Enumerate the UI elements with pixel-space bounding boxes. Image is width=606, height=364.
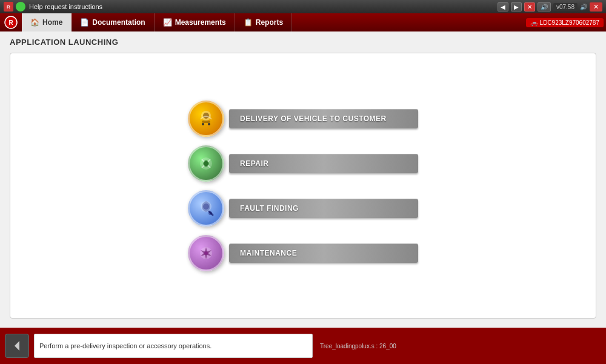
meas-tab-icon: 📈 [163,18,172,27]
doc-tab-label: Documentation [92,18,145,27]
app-logo: R [2,14,19,31]
back-ctrl-btn[interactable]: ◀ [498,2,508,12]
section-title: APPLICATION LAUNCHING [10,38,596,47]
vol-icon: 🔊 [580,4,587,10]
home-tab-icon: 🏠 [30,18,39,27]
repair-label: REPAIR [229,154,418,173]
stop-btn[interactable]: ✕ [524,2,535,12]
app-icon: R [4,2,13,12]
version-label: v07.58 [553,3,578,11]
tab-documentation[interactable]: 📄 Documentation [72,13,154,31]
bottom-bar: Perform a pre-delivery inspection or acc… [0,328,606,364]
svg-point-3 [203,113,209,119]
card-container: DELIVERY OF VEHICLE TO CUSTOMER REPAIR [10,53,596,319]
nav-bar: R 🏠 Home 📄 Documentation 📈 Measurements … [0,13,606,31]
svg-marker-15 [15,341,19,351]
status-text: Perform a pre-delivery inspection or acc… [39,342,211,349]
maintenance-label: MAINTENANCE [229,243,418,263]
delivery-label: DELIVERY OF VEHICLE TO CUSTOMER [229,109,418,128]
svg-text:R: R [8,19,13,26]
vehicle-badge: 🚗 LDC923LZ970602787 [526,18,604,27]
tab-home[interactable]: 🏠 Home [22,13,72,31]
maintenance-icon [188,235,224,271]
svg-point-14 [204,251,208,255]
delivery-icon [188,101,224,137]
main-content: APPLICATION LAUNCHING DELIVERY OF VEHICL… [0,31,606,328]
svg-point-5 [202,123,204,125]
tab-measurements[interactable]: 📈 Measurements [155,13,235,31]
status-icon [16,2,25,12]
delivery-menu-item[interactable]: DELIVERY OF VEHICLE TO CUSTOMER [188,101,418,137]
svg-point-12 [208,211,212,215]
home-tab-label: Home [42,18,62,27]
close-button[interactable]: ✕ [590,2,602,12]
fault-icon [188,190,224,227]
fault-menu-item[interactable]: FAULT FINDING [188,190,418,227]
svg-point-10 [203,204,209,210]
back-button[interactable] [5,334,29,358]
svg-point-6 [208,123,210,125]
reports-tab-label: Reports [256,18,283,27]
title-bar-icons: R [4,2,25,12]
vehicle-icon: 🚗 [530,19,538,26]
svg-point-8 [204,161,208,166]
forward-ctrl-btn[interactable]: ▶ [511,2,522,12]
svg-rect-4 [202,121,210,123]
fault-label: FAULT FINDING [229,199,418,218]
title-bar-text: Help request instructions [29,3,498,10]
speaker-btn[interactable]: 🔊 [538,2,551,12]
repair-icon [188,145,224,182]
status-text-box: Perform a pre-delivery inspection or acc… [34,334,313,358]
footer-file-text: Tree_loadingpolux.s : 26_00 [320,343,396,349]
meas-tab-label: Measurements [175,18,226,27]
repair-menu-item[interactable]: REPAIR [188,145,418,182]
maintenance-menu-item[interactable]: MAINTENANCE [188,235,418,271]
nav-tabs: 🏠 Home 📄 Documentation 📈 Measurements 📋 … [22,13,292,31]
tab-reports[interactable]: 📋 Reports [235,13,292,31]
vehicle-id: LDC923LZ970602787 [540,19,599,26]
nav-right: 🚗 LDC923LZ970602787 [526,18,606,27]
title-bar: R Help request instructions ◀ ▶ ✕ 🔊 v07.… [0,0,606,13]
title-bar-controls: ◀ ▶ ✕ 🔊 v07.58 🔊 ✕ [498,2,602,12]
reports-tab-icon: 📋 [244,18,253,27]
doc-tab-icon: 📄 [80,18,89,27]
